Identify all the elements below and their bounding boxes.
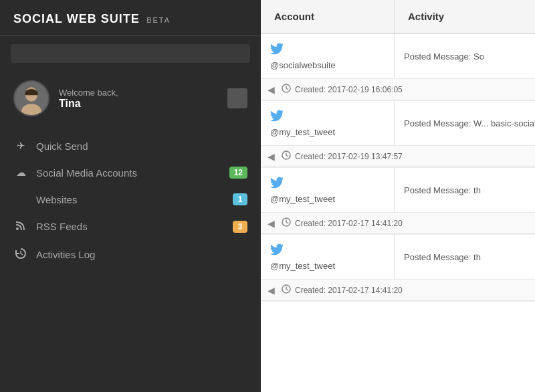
sidebar-logo: SOCIAL WEB SUITE BETA	[0, 0, 261, 36]
sidebar: SOCIAL WEB SUITE BETA Welcome back, Tina…	[0, 0, 261, 392]
account-cell: @my_test_tweet	[261, 101, 395, 145]
created-timestamp: Created: 2017-02-17 14:41:20	[295, 219, 403, 228]
user-section: Welcome back, Tina	[0, 71, 261, 126]
welcome-text: Welcome back,	[59, 88, 218, 98]
table-row: @my_test_tweet Posted Message: th ◀ Crea…	[261, 235, 535, 302]
activity-main-row: @my_test_tweet Posted Message: th	[261, 235, 535, 279]
sidebar-item-quick-send[interactable]: ✈ Quick Send	[0, 132, 261, 159]
sidebar-item-social-media-accounts[interactable]: ☁ Social Media Accounts 12	[0, 159, 261, 186]
clock-icon	[282, 151, 291, 162]
twitter-icon	[270, 176, 385, 193]
clock-icon	[282, 217, 291, 229]
activity-main-row: @my_test_tweet Posted Message: th	[261, 168, 535, 212]
user-name: Tina	[59, 98, 218, 110]
rss-icon	[13, 220, 28, 233]
svg-line-18	[286, 289, 288, 290]
clock-icon	[282, 84, 291, 95]
social-accounts-badge: 12	[229, 167, 247, 179]
sidebar-item-rss-feeds[interactable]: RSS Feeds 3	[0, 213, 261, 240]
sidebar-item-label: Activities Log	[36, 249, 247, 260]
activity-text: Posted Message: th	[395, 168, 535, 212]
sidebar-item-label: Quick Send	[36, 140, 247, 152]
account-handle: @my_test_tweet	[270, 261, 385, 271]
websites-badge: 1	[233, 193, 247, 205]
send-icon: ✈	[13, 140, 28, 152]
activity-main-row: @my_test_tweet Posted Message: W... basi…	[261, 101, 535, 145]
activity-meta: ◀ Created: 2017-02-19 16:06:05	[261, 78, 535, 100]
search-bar[interactable]	[11, 44, 250, 63]
table-row: @my_test_tweet Posted Message: th ◀ Crea…	[261, 168, 535, 235]
arrow-left-icon: ◀	[268, 285, 275, 296]
created-timestamp: Created: 2017-02-19 16:06:05	[295, 85, 403, 94]
account-handle: @socialwebsuite	[270, 60, 385, 70]
svg-line-15	[286, 222, 288, 223]
svg-line-9	[286, 88, 288, 90]
sidebar-item-label: Websites	[36, 194, 225, 205]
created-timestamp: Created: 2017-02-19 13:47:57	[295, 152, 403, 161]
arrow-left-icon: ◀	[268, 218, 275, 229]
beta-badge: BETA	[146, 16, 171, 24]
main-content: Account Activity @socialwebsuite Posted …	[261, 0, 535, 392]
avatar	[13, 80, 49, 116]
account-handle: @my_test_tweet	[270, 194, 385, 204]
table-row: @socialwebsuite Posted Message: So ◀ Cre…	[261, 34, 535, 101]
account-cell: @my_test_tweet	[261, 168, 395, 212]
account-cell: @my_test_tweet	[261, 235, 395, 279]
activity-meta: ◀ Created: 2017-02-19 13:47:57	[261, 145, 535, 167]
activity-table-body: @socialwebsuite Posted Message: So ◀ Cre…	[261, 34, 535, 392]
history-icon	[13, 248, 28, 262]
rss-badge: 3	[233, 221, 247, 233]
arrow-left-icon: ◀	[268, 151, 275, 162]
color-swatch[interactable]	[227, 88, 247, 108]
arrow-left-icon: ◀	[268, 84, 275, 95]
clock-icon	[282, 284, 291, 296]
sidebar-item-websites[interactable]: Websites 1	[0, 186, 261, 213]
cloud-icon: ☁	[13, 167, 28, 179]
svg-line-6	[21, 254, 23, 255]
column-account-header: Account	[261, 0, 395, 33]
sidebar-item-label: Social Media Accounts	[36, 167, 221, 179]
twitter-icon	[270, 109, 385, 126]
activity-text: Posted Message: So	[395, 34, 535, 78]
activity-meta: ◀ Created: 2017-02-17 14:41:20	[261, 279, 535, 301]
activity-main-row: @socialwebsuite Posted Message: So	[261, 34, 535, 78]
activity-meta: ◀ Created: 2017-02-17 14:41:20	[261, 212, 535, 234]
nav-menu: ✈ Quick Send ☁ Social Media Accounts 12 …	[0, 132, 261, 269]
column-activity-header: Activity	[395, 0, 535, 33]
app-title: SOCIAL WEB SUITE	[13, 12, 140, 25]
activity-text: Posted Message: W... basic-social-media-…	[395, 101, 535, 145]
created-timestamp: Created: 2017-02-17 14:41:20	[295, 286, 403, 295]
user-info: Welcome back, Tina	[59, 88, 218, 110]
svg-line-12	[286, 155, 288, 157]
sidebar-item-activities-log[interactable]: Activities Log	[0, 240, 261, 269]
svg-point-4	[16, 227, 19, 230]
table-header: Account Activity	[261, 0, 535, 34]
twitter-icon	[270, 42, 385, 59]
sidebar-item-label: RSS Feeds	[36, 221, 225, 232]
table-row: @my_test_tweet Posted Message: W... basi…	[261, 101, 535, 168]
account-handle: @my_test_tweet	[270, 127, 385, 137]
twitter-icon	[270, 243, 385, 260]
account-cell: @socialwebsuite	[261, 34, 395, 78]
activity-text: Posted Message: th	[395, 235, 535, 279]
